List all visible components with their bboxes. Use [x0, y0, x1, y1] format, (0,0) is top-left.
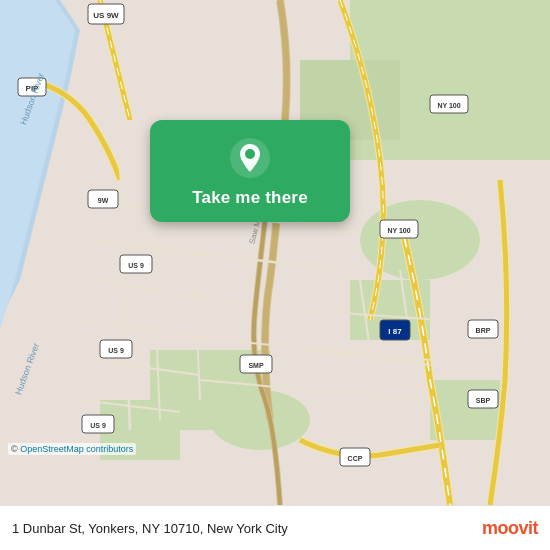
svg-text:NY 100: NY 100 — [437, 102, 460, 109]
svg-text:US 9: US 9 — [108, 347, 124, 354]
take-me-there-card[interactable]: Take me there — [150, 120, 350, 222]
bottom-bar: 1 Dunbar St, Yonkers, NY 10710, New York… — [0, 505, 550, 550]
address-text: 1 Dunbar St, Yonkers, NY 10710, New York… — [12, 521, 288, 536]
osm-link[interactable]: OpenStreetMap contributors — [20, 444, 133, 454]
svg-text:US 9: US 9 — [90, 422, 106, 429]
svg-text:SMP: SMP — [248, 362, 264, 369]
svg-text:9W: 9W — [98, 197, 109, 204]
svg-text:US 9W: US 9W — [93, 11, 119, 20]
svg-text:BRP: BRP — [476, 327, 491, 334]
map-background: US 9W PIP 9W US 9 US 9 US 9 NY 100 NY 10… — [0, 0, 550, 505]
svg-text:CCP: CCP — [348, 455, 363, 462]
osm-copyright-symbol: © — [11, 444, 18, 454]
osm-attribution: © OpenStreetMap contributors — [8, 443, 136, 455]
osm-link-text: OpenStreetMap contributors — [20, 444, 133, 454]
svg-text:I 87: I 87 — [388, 327, 402, 336]
svg-text:NY 100: NY 100 — [387, 227, 410, 234]
location-pin-icon — [228, 136, 272, 180]
map-container: US 9W PIP 9W US 9 US 9 US 9 NY 100 NY 10… — [0, 0, 550, 505]
svg-point-59 — [245, 149, 255, 159]
svg-point-9 — [210, 390, 310, 450]
svg-text:SBP: SBP — [476, 397, 491, 404]
take-me-there-label: Take me there — [192, 188, 308, 208]
svg-text:US 9: US 9 — [128, 262, 144, 269]
moovit-logo-text: moovit — [482, 518, 538, 539]
moovit-logo: moovit — [482, 518, 538, 539]
